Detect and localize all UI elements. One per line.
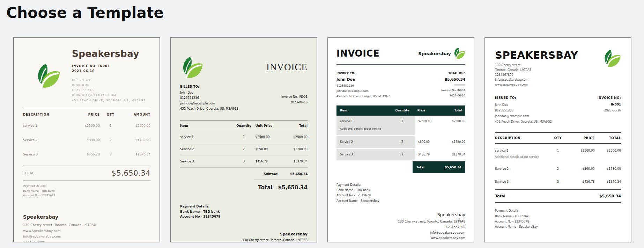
invoice-to-label: INVOICE TO: [336,72,390,75]
total-label: TOTAL [23,172,34,175]
company-footer: Speakersbay 130 Cherry street, Toronto, … [336,212,465,241]
template-card-4[interactable]: SPEAKERSBAY 130 Cherry street Toronto, C… [484,37,631,242]
payment-details: Payment Details: Bank Name - TBD bank Ac… [23,184,150,198]
template-card-3[interactable]: INVOICE Speakersbay INVOICE TO: John Doe… [327,37,474,242]
issued-to-label: ISSUED TO: [495,96,552,100]
invoice-number: IN001 [598,103,621,106]
company-phone: 1234567890 [495,73,578,78]
invoice-number: Invoice No. IN001 [441,88,465,93]
billed-to-block: BILLED TO: JOHN DOE 8125551236 JOHNDOE@E… [72,78,150,103]
table-row: Service 2 2 $890.00 $1780.00 [336,136,465,149]
customer-address: 452 Peach Drive, Georgia, US, M3A9G2 [495,119,552,124]
customer-phone: 8125551236 [180,95,238,101]
total-due-amount: $5,650.34 [441,77,465,81]
footer-address: 130 Cherry street, Toronto, Canada, L9T9… [336,219,465,225]
invoice-meta: INVOICE NO: IN001 2023-06-16 [598,96,621,125]
footer-address: 130 Cherry street, Toronto, Canada, L9T9… [180,238,308,242]
item-note: Additional details about service [340,127,390,131]
total-row: Total $5,650.34 [180,184,308,191]
customer-email: JOHNDOE@EXAMPLE.COM [72,93,150,98]
table-row: Service 3 $456.78 3 $1370.34 [23,147,150,161]
customer-email: johndoe@example.com [495,113,552,119]
issued-to-block: ISSUED TO: John Doe 8125551236 johndoe@e… [495,96,552,125]
template-gallery: Speakersbay INVOICE NO. IN001 2023-06-16… [13,37,644,242]
subtotal-row: Subtotal $5,650.34 [180,168,308,180]
table-row: Service 2 2 $890.00 $1780.00 [180,143,308,155]
footer-website: www.speakersbay.com [23,228,150,234]
table-header: DESCRIPTION PRICE QTY AMOUNT [23,108,150,118]
invoice-date: 2023-06-16 [441,93,465,98]
total-label: Total [495,194,505,198]
leaf-logo-icon [35,63,60,89]
company-footer: Speakersbay 130 Cherry street, Toronto, … [23,214,150,242]
template-card-2[interactable]: INVOICE BILLED TO: John Doe 8125551236 j… [170,37,317,242]
company-address-2: Toronto, Canada, L9T9A8 [495,68,578,73]
company-name: Speakersbay [418,51,451,56]
footer-website: www.speakersbay.com [336,235,465,241]
divider [23,180,150,181]
total-row: Total $5,650.34 [413,161,465,173]
payment-details: Payment Details: Bank Name - TBD bank Ac… [180,204,308,219]
customer-name: John Doe [336,77,390,81]
table-row: service 1 Additional details about servi… [336,116,465,136]
invoice-meta: Invoice No. IN001 2023-06-16 [281,94,308,111]
table-header: Item Quantity Unit Price Total [180,121,308,131]
footer-email: info@speakersbay.com [23,234,150,240]
leaf-logo-icon [602,49,621,68]
invoice-to-block: INVOICE TO: John Doe 8125551236 johndoe@… [336,72,390,99]
customer-name: John Doe [180,90,238,95]
footer-address: 130 Cherry street, Toronto, Canada, L9T9… [23,222,150,228]
total-label: Total [416,166,424,169]
leaf-logo-icon [453,47,465,60]
billed-to-label: BILLED TO: [180,85,238,88]
total-amount: $5,650.34 [278,184,308,191]
table-row: Service 2 $890.00 2 $1780.00 [23,133,150,147]
footer-phone: 1234567890 [336,225,465,230]
template-card-1[interactable]: Speakersbay INVOICE NO. IN001 2023-06-16… [13,37,160,242]
payment-details: Payment Details: Bank Name - TBD bank Ac… [336,182,465,204]
customer-address: 452 Peach Drive, Georgia, US, M3A9G2 [180,106,238,111]
billed-to-label: BILLED TO: [72,78,150,83]
customer-address: 452 Peach Drive, Georgia, US, M3A9G2 [336,94,390,99]
customer-name: JOHN DOE [72,83,150,88]
table-row: service 1 1 $2500.00 $2500.00 [180,131,308,143]
table-row: Service 2 2 $890.00 $1780.00 [495,162,621,175]
total-amount: $5,650.34 [599,194,621,198]
billed-to-block: BILLED TO: John Doe 8125551236 johndoe@e… [180,85,238,111]
invoice-title: INVOICE [336,48,379,59]
divider [254,180,308,180]
divider [454,84,465,86]
subtotal-amount: $5,650.34 [290,172,308,176]
total-due-label: TOTAL DUE [441,72,465,75]
footer-phone: 1234567890 [23,240,150,242]
leaf-logo-icon [180,56,203,79]
customer-email: johndoe@example.com [180,101,238,106]
total-label: Total [258,184,273,191]
customer-phone: 8125551236 [72,88,150,93]
footer-email: info@speakersbay.com [336,230,465,236]
table-row: Service 3 3 $456.78 $1370.34 [336,149,465,161]
total-amount: $5,650.34 [445,166,461,169]
subtotal-label: Subtotal [264,172,278,176]
customer-phone: 8125551236 [336,83,390,88]
invoice-date: 2023-06-16 [72,69,150,73]
company-address-1: 130 Cherry street [495,63,578,68]
table-row: Service 3 3 $456.78 $1370.34 [495,175,621,188]
total-row: Total $5,650.34 [495,189,621,203]
table-row: service 1 $2500.00 1 $2500.00 [23,118,150,133]
invoice-title: INVOICE [266,62,308,73]
table-row: Service 3 3 $456.78 $1370.34 [180,155,308,168]
payment-details: Payment Details: Bank Name - TBD bank Ac… [495,208,621,229]
table-header: Item Quantity Price Total [336,105,465,116]
company-website: www.speakersbay.com [495,82,578,87]
customer-name: John Doe [495,102,552,108]
table-row: service 1 1 $2500.00 $2500.00 [495,144,621,157]
total-due-block: TOTAL DUE $5,650.34 Invoice No. IN001 20… [441,72,465,99]
company-name: Speakersbay [72,49,150,59]
invoice-number-label: INVOICE NO: [598,96,621,100]
table-header: DESCRIPTION QTY PRICE TOTAL [495,133,621,144]
customer-phone: 8125551236 [495,108,552,113]
customer-email: johndoe@example.com [336,88,390,94]
invoice-date: 2023-06-16 [598,109,621,112]
footer-brand: Speakersbay [336,212,465,217]
